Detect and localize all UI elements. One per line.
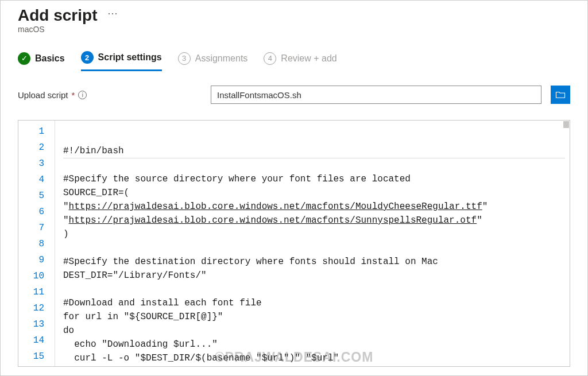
code-line: #Specify the source directory where your… <box>63 172 565 186</box>
code-line: do <box>63 324 565 338</box>
code-line: DEST_DIR="/Library/Fonts/" <box>63 269 565 282</box>
line-number: 3 <box>18 156 55 172</box>
more-actions-button[interactable]: ··· <box>107 7 118 24</box>
code-line: done <box>63 365 565 366</box>
wizard-steps: ✓ Basics 2 Script settings 3 Assignments… <box>18 51 570 72</box>
info-icon[interactable]: i <box>78 91 87 99</box>
line-number: 6 <box>18 204 55 220</box>
code-line: ) <box>63 227 565 241</box>
wizard-step-label: Basics <box>35 53 65 64</box>
line-number: 11 <box>18 284 55 300</box>
page-title: Add script <box>18 6 97 25</box>
wizard-step-script-settings[interactable]: 2 Script settings <box>81 51 162 71</box>
code-line: #!/bin/bash <box>63 144 565 158</box>
wizard-step-basics[interactable]: ✓ Basics <box>18 52 65 71</box>
wizard-step-assignments[interactable]: 3 Assignments <box>178 52 248 71</box>
step-number-icon: 3 <box>178 52 191 65</box>
code-line <box>63 241 565 255</box>
script-url: https://prajwaldesai.blob.core.windows.n… <box>69 215 477 226</box>
wizard-step-label: Assignments <box>195 53 248 64</box>
line-number: 13 <box>18 316 55 332</box>
line-number: 2 <box>18 139 55 156</box>
line-number: 8 <box>18 236 55 252</box>
browse-file-button[interactable] <box>551 86 570 104</box>
code-content[interactable]: #!/bin/bash#Specify the source directory… <box>55 121 570 366</box>
code-line <box>63 282 565 296</box>
line-number: 16 <box>18 365 55 367</box>
code-line: curl -L -o "$DEST_DIR/$(basename "$url")… <box>63 351 565 365</box>
line-number: 9 <box>18 252 55 268</box>
code-line: SOURCE_DIR=( <box>63 186 565 200</box>
upload-script-label: Upload script <box>18 90 68 100</box>
code-gutter: 1234567891011121314151617 <box>18 121 55 366</box>
scrollbar-thumb[interactable] <box>563 121 569 128</box>
step-number-icon: 4 <box>264 52 276 65</box>
line-number: 5 <box>18 188 55 204</box>
wizard-step-label: Script settings <box>98 52 162 63</box>
line-number: 12 <box>18 300 55 316</box>
code-line: #Specify the destination directory where… <box>63 255 565 269</box>
script-url: https://prajwaldesai.blob.core.windows.n… <box>69 201 482 212</box>
code-line: for url in "${SOURCE_DIR[@]}" <box>63 310 565 324</box>
code-line <box>63 158 565 172</box>
line-number: 1 <box>18 123 55 139</box>
line-number: 7 <box>18 220 55 236</box>
script-preview: 1234567891011121314151617 #!/bin/bash#Sp… <box>18 120 570 367</box>
check-icon: ✓ <box>18 52 30 65</box>
line-number: 14 <box>18 332 55 348</box>
wizard-step-label: Review + add <box>281 53 336 64</box>
scrollbar[interactable] <box>562 121 570 366</box>
code-line: #Download and install each font file <box>63 296 565 310</box>
line-number: 4 <box>18 172 55 188</box>
page-subtitle: macOS <box>18 25 570 34</box>
code-line: echo "Downloading $url..." <box>63 338 565 351</box>
line-number: 15 <box>18 348 55 365</box>
code-line: "https://prajwaldesai.blob.core.windows.… <box>63 214 565 227</box>
line-number: 10 <box>18 268 55 284</box>
required-mark: * <box>72 90 75 100</box>
code-line: "https://prajwaldesai.blob.core.windows.… <box>63 200 565 214</box>
wizard-step-review-add[interactable]: 4 Review + add <box>264 52 336 71</box>
step-number-icon: 2 <box>81 51 94 64</box>
folder-icon <box>555 91 566 99</box>
upload-script-filename-field[interactable] <box>211 86 541 104</box>
